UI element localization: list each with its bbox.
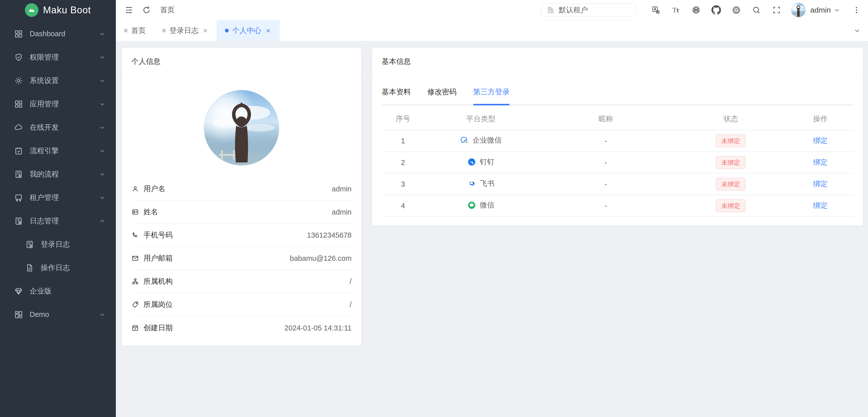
profile-card-header: 个人信息 — [122, 48, 361, 76]
sidebar-item-log-management[interactable]: 日志管理 — [0, 209, 116, 233]
gear-icon — [14, 76, 23, 85]
building-icon — [547, 6, 555, 14]
tab-label: 登录日志 — [169, 26, 198, 36]
col-header-nickname: 昵称 — [537, 108, 674, 130]
cell-nickname: - — [537, 130, 674, 152]
platform-name: 飞书 — [480, 179, 494, 189]
sidebar-item-app-management[interactable]: 应用管理 — [0, 92, 116, 116]
sidebar-item-operation-log[interactable]: 操作日志 — [0, 256, 116, 279]
wechat-icon — [467, 201, 476, 210]
more-menu-button[interactable] — [851, 4, 862, 16]
workflow-clipboard-icon — [14, 146, 23, 155]
search-icon — [752, 5, 761, 14]
tab-third-party-login[interactable]: 第三方登录 — [473, 87, 509, 105]
profile-avatar[interactable] — [204, 90, 279, 166]
sidebar-item-online-dev[interactable]: 在线开发 — [0, 116, 116, 139]
tab-label: 首页 — [131, 26, 146, 36]
sidebar-item-label: 流程引擎 — [30, 146, 59, 156]
field-label-text: 用户名 — [144, 184, 165, 194]
chevron-down-icon — [854, 27, 861, 34]
tabbar: 首页 登录日志 个人中心 — [116, 20, 868, 41]
sidebar-item-demo[interactable]: Demo — [0, 303, 116, 326]
collapse-sidebar-button[interactable] — [123, 4, 134, 16]
chevron-down-icon — [99, 171, 106, 178]
globe-language-button[interactable] — [686, 4, 706, 16]
sidebar-item-my-workflow[interactable]: 我的流程 — [0, 162, 116, 186]
demo-grid-icon — [14, 310, 23, 319]
logo[interactable]: Maku Boot — [0, 0, 116, 20]
sidebar-item-login-log[interactable]: 登录日志 — [0, 233, 116, 256]
chevron-down-icon[interactable] — [833, 6, 840, 13]
main-column: 首页 默认租户 TtT — [116, 0, 868, 417]
tab-actions-dropdown[interactable] — [846, 20, 868, 41]
close-icon[interactable] — [202, 27, 209, 34]
svg-text:T: T — [677, 8, 680, 13]
font-size-icon: TtT — [671, 5, 681, 15]
breadcrumb[interactable]: 首页 — [160, 5, 175, 15]
tab-login-log[interactable]: 登录日志 — [154, 20, 217, 41]
cell-no: 4 — [382, 195, 424, 216]
status-badge: 未绑定 — [716, 178, 746, 191]
github-button[interactable] — [706, 4, 726, 16]
sidebar-item-permissions[interactable]: 权限管理 — [0, 46, 116, 69]
search-button[interactable] — [746, 4, 767, 16]
profile-card: 个人信息 用户名 admin — [122, 48, 361, 346]
bind-link[interactable]: 绑定 — [813, 158, 828, 166]
tab-personal-center[interactable]: 个人中心 — [217, 20, 280, 41]
cell-no: 3 — [382, 173, 424, 195]
sidebar-item-tenant-management[interactable]: 租户管理 — [0, 186, 116, 209]
username-dropdown[interactable]: admin — [810, 6, 831, 14]
language-switch-button[interactable] — [646, 4, 666, 16]
sidebar-item-label: 操作日志 — [41, 263, 70, 273]
col-header-platform: 平台类型 — [424, 108, 537, 130]
close-icon[interactable] — [265, 27, 271, 34]
content-area: 个人信息 用户名 admin — [116, 41, 868, 417]
refresh-button[interactable] — [141, 4, 152, 16]
sidebar-item-dashboard[interactable]: Dashboard — [0, 22, 116, 46]
sidebar-item-label: 登录日志 — [41, 239, 70, 249]
cell-no: 2 — [382, 152, 424, 173]
chevron-down-icon — [99, 311, 106, 318]
profile-tabs: 基本资料 修改密码 第三方登录 — [382, 87, 854, 106]
bind-link[interactable]: 绑定 — [813, 202, 828, 209]
third-party-table: 序号 平台类型 昵称 状态 操作 1 — [382, 108, 854, 217]
shield-check-icon — [14, 53, 23, 62]
sidebar-item-label: 我的流程 — [30, 169, 59, 179]
field-username: 用户名 admin — [131, 178, 351, 201]
bind-link[interactable]: 绑定 — [813, 180, 828, 188]
sidebar-item-label: 企业版 — [30, 286, 52, 296]
tab-home[interactable]: 首页 — [116, 20, 154, 41]
tab-label: 个人中心 — [232, 26, 261, 36]
profile-card-title: 个人信息 — [131, 57, 161, 67]
field-label-text: 姓名 — [144, 207, 158, 217]
sidebar-item-label: Demo — [30, 310, 49, 319]
bind-link[interactable]: 绑定 — [813, 137, 828, 145]
dingtalk-icon — [467, 157, 476, 167]
user-avatar[interactable] — [791, 3, 806, 17]
gitee-icon: G — [732, 5, 741, 15]
tab-basic-profile[interactable]: 基本资料 — [382, 87, 411, 105]
sidebar-item-label: 在线开发 — [30, 122, 59, 132]
svg-text:G: G — [734, 7, 738, 13]
sidebar-item-system-settings[interactable]: 系统设置 — [0, 69, 116, 92]
idcard-icon — [131, 208, 139, 216]
col-header-no: 序号 — [382, 108, 424, 130]
platform-cell: 微信 — [467, 200, 494, 210]
platform-cell: 企业微信 — [460, 135, 502, 145]
gitee-button[interactable]: G — [726, 4, 746, 16]
font-size-button[interactable]: TtT — [666, 4, 686, 16]
field-value: babamu@126.com — [290, 254, 351, 263]
wecom-icon — [460, 136, 469, 145]
sidebar-item-workflow-engine[interactable]: 流程引擎 — [0, 139, 116, 162]
fold-icon — [124, 5, 134, 15]
sidebar-item-enterprise[interactable]: 企业版 — [0, 279, 116, 303]
field-position: 所属岗位 / — [131, 293, 351, 317]
tenant-select-value: 默认租户 — [559, 5, 588, 15]
avatar-photo — [204, 90, 279, 166]
field-label-text: 手机号码 — [144, 230, 173, 240]
apps-grid-icon — [14, 99, 23, 109]
tab-change-password[interactable]: 修改密码 — [428, 87, 457, 105]
tenant-select[interactable]: 默认租户 — [541, 3, 636, 17]
platform-cell: 钉钉 — [467, 157, 494, 167]
fullscreen-button[interactable] — [767, 4, 786, 16]
